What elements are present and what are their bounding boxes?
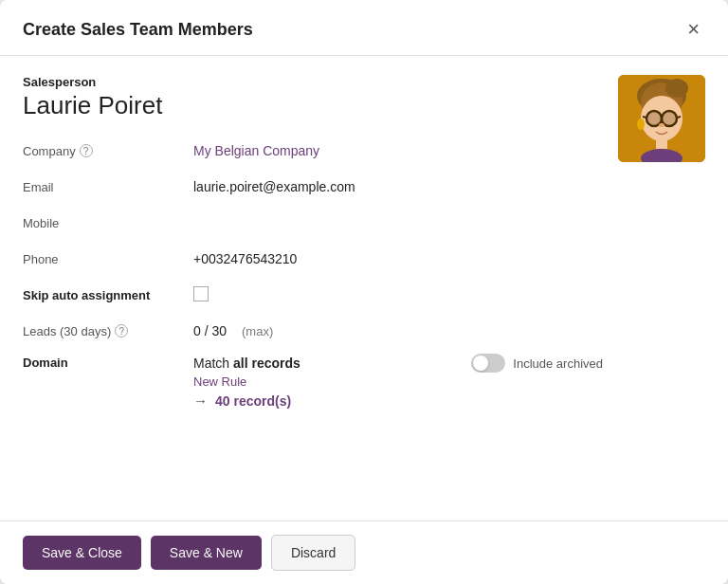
avatar — [618, 75, 705, 162]
domain-top-row: Match all records Include archived — [193, 354, 603, 373]
skip-auto-row: Skip auto assignment — [23, 282, 603, 308]
svg-rect-14 — [656, 139, 667, 149]
leads-row: Leads (30 days) ? 0 / 30 (max) — [23, 318, 603, 344]
domain-match-text: Match all records — [193, 356, 300, 371]
company-help-icon[interactable]: ? — [80, 144, 93, 157]
svg-point-13 — [637, 119, 645, 130]
skip-auto-label: Skip auto assignment — [23, 288, 193, 302]
modal-body: Salesperson Laurie Poiret Company ? My B… — [0, 56, 728, 520]
include-archived-wrap: Include archived — [471, 354, 603, 373]
discard-button[interactable]: Discard — [271, 535, 355, 571]
svg-point-3 — [665, 79, 688, 98]
modal: Create Sales Team Members × Salesperson … — [0, 0, 728, 584]
modal-header: Create Sales Team Members × — [0, 0, 728, 56]
toggle-knob — [473, 356, 488, 371]
svg-point-11 — [663, 112, 676, 125]
records-row: → 40 record(s) — [193, 392, 603, 409]
email-value: laurie.poiret@example.com — [193, 179, 603, 194]
modal-title: Create Sales Team Members — [23, 20, 253, 40]
phone-value: +0032476543210 — [193, 251, 603, 266]
salesperson-label: Salesperson — [23, 75, 603, 89]
leads-help-icon[interactable]: ? — [115, 324, 128, 338]
svg-line-9 — [677, 117, 681, 118]
avatar-section — [618, 75, 705, 511]
close-button[interactable]: × — [682, 17, 705, 42]
email-row: Email laurie.poiret@example.com — [23, 173, 603, 200]
phone-label: Phone — [23, 252, 193, 266]
mobile-row: Mobile — [23, 210, 603, 236]
domain-content: Match all records Include archived New R… — [193, 354, 603, 409]
leads-value: 0 / 30 (max) — [193, 323, 603, 338]
domain-label: Domain — [23, 354, 193, 370]
company-label: Company ? — [23, 144, 193, 158]
svg-line-8 — [643, 117, 646, 118]
records-link[interactable]: 40 record(s) — [215, 393, 291, 409]
modal-footer: Save & Close Save & New Discard — [0, 520, 728, 584]
svg-point-12 — [659, 123, 664, 127]
form-section: Salesperson Laurie Poiret Company ? My B… — [23, 75, 603, 511]
arrow-icon: → — [193, 392, 208, 409]
salesperson-name: Laurie Poiret — [23, 91, 603, 120]
leads-label: Leads (30 days) ? — [23, 324, 193, 338]
include-archived-toggle[interactable] — [471, 354, 505, 373]
new-rule-link[interactable]: New Rule — [193, 374, 603, 389]
save-new-button[interactable]: Save & New — [151, 536, 262, 570]
company-value[interactable]: My Belgian Company — [193, 143, 603, 158]
svg-point-10 — [647, 112, 661, 125]
phone-row: Phone +0032476543210 — [23, 246, 603, 272]
mobile-label: Mobile — [23, 216, 193, 230]
skip-auto-checkbox[interactable] — [193, 286, 209, 301]
save-close-button[interactable]: Save & Close — [23, 536, 141, 570]
company-row: Company ? My Belgian Company — [23, 137, 603, 164]
email-label: Email — [23, 180, 193, 194]
include-archived-label: Include archived — [513, 356, 603, 371]
skip-auto-checkbox-wrap — [193, 286, 603, 304]
domain-row: Domain Match all records Include archive… — [23, 354, 603, 409]
